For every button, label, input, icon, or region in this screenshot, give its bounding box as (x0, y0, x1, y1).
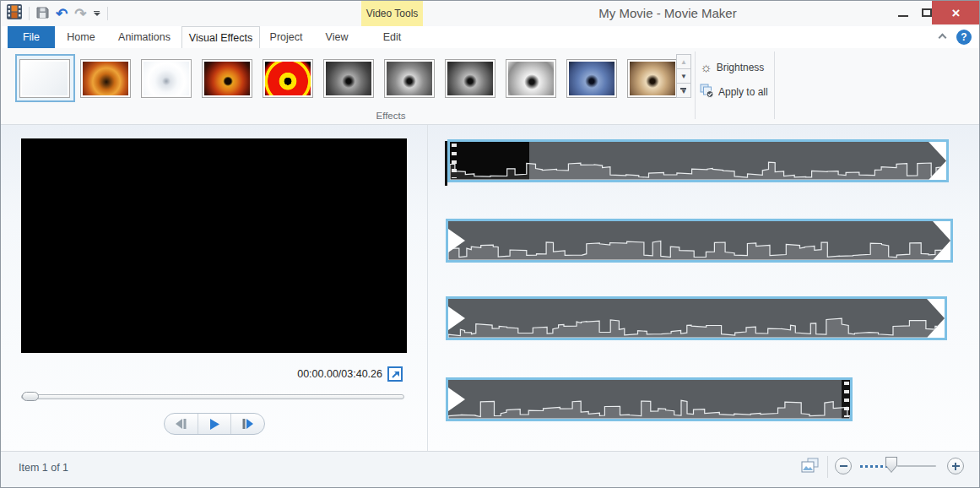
tab-view[interactable]: View (312, 26, 361, 48)
audio-waveform (448, 316, 945, 338)
video-preview (21, 138, 407, 353)
tab-visual-effects[interactable]: Visual Effects (181, 26, 260, 48)
effect-thumbnail[interactable] (202, 59, 252, 98)
statusbar-separator (827, 456, 828, 478)
help-button[interactable]: ? (956, 30, 972, 45)
timeline-clip-row-1[interactable] (447, 139, 949, 182)
effects-group-label: Effects (349, 111, 433, 121)
tab-file[interactable]: File (8, 26, 55, 48)
tab-animations[interactable]: Animations (107, 26, 181, 48)
item-count-label: Item 1 of 1 (19, 462, 68, 474)
timeline-clip-row-2[interactable] (446, 219, 953, 263)
ribbon-separator (695, 52, 696, 119)
close-icon: × (952, 6, 961, 20)
minus-icon (840, 465, 847, 467)
window-title: My Movie - Movie Maker (541, 6, 794, 20)
brightness-button[interactable]: ☼ Brightness (700, 58, 764, 77)
effect-thumbnail[interactable] (141, 59, 192, 98)
brightness-label: Brightness (717, 62, 765, 73)
previous-frame-icon (173, 418, 188, 430)
effect-thumbnail[interactable] (80, 59, 131, 98)
clip-continuation-notch (448, 229, 465, 252)
thumbnail-view-button[interactable] (800, 457, 820, 475)
effect-thumbnail[interactable] (445, 59, 495, 98)
play-icon (208, 418, 221, 431)
ribbon-separator (774, 52, 775, 119)
previous-frame-button[interactable] (165, 414, 198, 434)
pane-divider (427, 125, 428, 451)
audio-waveform (448, 238, 950, 260)
apply-to-all-button[interactable]: Apply to all (700, 83, 768, 101)
content-area: 00:00.00/03:40.26 (1, 125, 979, 451)
timecode: 00:00.00/03:40.26 (237, 368, 382, 380)
qat-separator (107, 7, 108, 20)
gallery-more-button[interactable]: ▼ (676, 83, 691, 98)
effect-thumbnail[interactable] (627, 59, 678, 98)
ribbon-tabs: File Home Animations Visual Effects Proj… (8, 26, 423, 48)
zoom-slider-thumb[interactable] (885, 457, 897, 473)
tab-project[interactable]: Project (260, 26, 312, 48)
save-icon[interactable] (36, 6, 49, 22)
effect-thumbnail[interactable] (384, 59, 435, 98)
gallery-more-icon: ▼ (680, 86, 687, 95)
undo-icon[interactable]: ↶ (56, 7, 68, 21)
close-button[interactable]: × (932, 1, 980, 24)
apply-to-all-label: Apply to all (718, 86, 768, 98)
collapse-ribbon-button[interactable] (939, 35, 948, 41)
customize-qat-dropdown-icon[interactable] (94, 11, 100, 17)
fullscreen-arrow-icon (390, 369, 401, 380)
contextual-tab-header: Video Tools (361, 1, 423, 26)
next-frame-button[interactable] (230, 414, 264, 434)
timeline-clip-row-3[interactable] (446, 296, 947, 340)
chevron-up-icon (939, 34, 947, 42)
clip-continuation-notch (448, 388, 465, 411)
audio-waveform (450, 158, 946, 180)
timeline-clip-row-4[interactable] (446, 377, 853, 421)
effect-thumbnail-selected[interactable] (15, 54, 75, 102)
movie-maker-window: ↶ ↷ Video Tools My Movie - Movie Maker ×… (0, 0, 980, 488)
app-icon[interactable] (7, 4, 22, 23)
audio-waveform (448, 397, 850, 419)
tab-home[interactable]: Home (55, 26, 107, 48)
play-button[interactable] (198, 414, 231, 434)
triangle-up-icon: ▲ (680, 58, 687, 66)
apply-to-all-icon (700, 84, 714, 100)
thumbnail-view-icon (801, 458, 820, 474)
redo-icon[interactable]: ↷ (74, 7, 86, 21)
effect-thumbnail[interactable] (566, 59, 617, 98)
ribbon: ▲ ▼ ▼ Effects ☼ Brightness Apply to all (1, 48, 979, 125)
transport-controls (164, 413, 265, 435)
title-bar: ↶ ↷ Video Tools My Movie - Movie Maker × (1, 1, 979, 26)
minimize-icon (898, 15, 908, 17)
qat-separator (29, 7, 30, 20)
zoom-out-button[interactable] (835, 458, 852, 474)
zoom-slider-track-right[interactable] (897, 465, 936, 467)
quick-access-toolbar: ↶ ↷ (7, 1, 108, 26)
maximize-icon (922, 8, 932, 17)
brightness-sun-icon: ☼ (700, 61, 712, 74)
triangle-down-icon: ▼ (680, 73, 687, 80)
minimize-button[interactable] (892, 3, 914, 23)
seek-slider-thumb[interactable] (22, 392, 39, 401)
zoom-slider-track-left[interactable] (860, 465, 889, 468)
seek-slider-track[interactable] (21, 394, 404, 399)
help-icon: ? (961, 31, 966, 43)
status-bar: Item 1 of 1 (1, 451, 979, 488)
gallery-scroll-up-button[interactable]: ▲ (676, 54, 691, 69)
gallery-scroll-down-button[interactable]: ▼ (676, 68, 691, 84)
effects-gallery (14, 54, 683, 102)
zoom-in-button[interactable] (947, 458, 964, 474)
gallery-scrollbar: ▲ ▼ ▼ (676, 55, 691, 98)
effect-thumbnail[interactable] (323, 59, 374, 98)
clip-continuation-notch (448, 306, 465, 330)
next-frame-icon (241, 418, 256, 430)
effect-thumbnail[interactable] (263, 59, 313, 98)
effect-thumbnail[interactable] (506, 59, 556, 98)
tab-edit[interactable]: Edit (361, 26, 423, 48)
fullscreen-button[interactable] (387, 366, 403, 382)
